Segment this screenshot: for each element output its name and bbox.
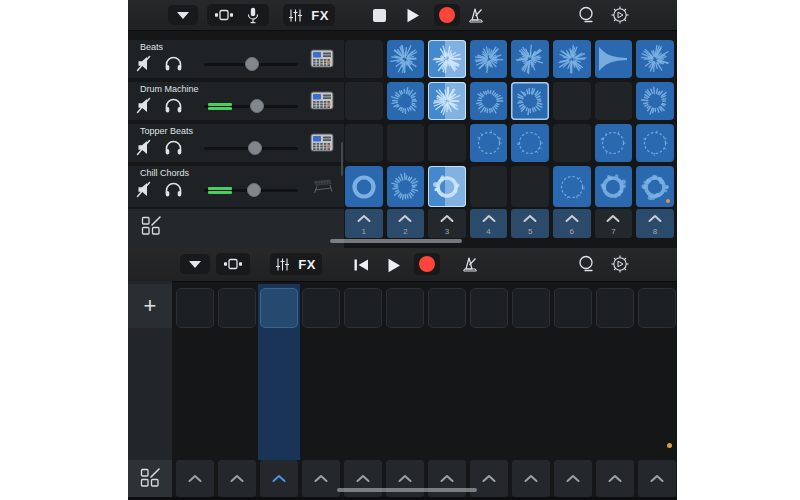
mute-button[interactable] xyxy=(136,139,156,160)
empty-loop-cell[interactable] xyxy=(260,288,298,328)
stop-button[interactable] xyxy=(368,4,390,26)
empty-loop-cell[interactable] xyxy=(344,288,382,328)
mute-button[interactable] xyxy=(136,55,156,76)
loop-cell[interactable] xyxy=(636,40,674,78)
settings-button[interactable] xyxy=(608,4,632,26)
column-trigger[interactable] xyxy=(638,460,676,497)
loop-cell[interactable] xyxy=(428,124,466,162)
drum-machine-icon[interactable] xyxy=(310,90,334,111)
column-trigger[interactable]: 2 xyxy=(387,209,425,238)
loop-cell[interactable] xyxy=(428,40,466,78)
track-list-scrollbar[interactable] xyxy=(341,142,343,176)
loop-cell[interactable] xyxy=(553,82,591,120)
solo-headphones-button[interactable] xyxy=(164,55,183,76)
loop-cell[interactable] xyxy=(387,166,425,207)
empty-loop-cell[interactable] xyxy=(302,288,340,328)
loop-cell[interactable] xyxy=(511,82,549,120)
play-button[interactable] xyxy=(383,254,405,276)
column-trigger[interactable] xyxy=(554,460,592,497)
cell-edit-button[interactable] xyxy=(141,216,162,241)
loop-cell[interactable] xyxy=(428,82,466,120)
column-trigger[interactable]: 8 xyxy=(636,209,674,238)
loop-cell[interactable] xyxy=(387,40,425,78)
loop-browser-button[interactable] xyxy=(574,253,598,275)
loop-browser-button[interactable] xyxy=(574,4,598,26)
metronome-button[interactable] xyxy=(464,4,488,26)
fx-button[interactable]: FX xyxy=(307,4,333,26)
solo-headphones-button[interactable] xyxy=(164,181,183,202)
loop-cell[interactable] xyxy=(636,166,674,207)
column-trigger[interactable] xyxy=(596,460,634,497)
empty-loop-cell[interactable] xyxy=(512,288,550,328)
loop-cell[interactable] xyxy=(470,124,508,162)
column-trigger[interactable] xyxy=(302,460,340,497)
empty-loop-cell[interactable] xyxy=(638,288,676,328)
slider-knob[interactable] xyxy=(245,57,259,71)
loop-cell[interactable] xyxy=(387,124,425,162)
column-trigger[interactable]: 7 xyxy=(595,209,633,238)
empty-loop-cell[interactable] xyxy=(596,288,634,328)
column-trigger[interactable]: 6 xyxy=(553,209,591,238)
empty-loop-cell[interactable] xyxy=(470,288,508,328)
empty-loop-cell[interactable] xyxy=(176,288,214,328)
slider-knob[interactable] xyxy=(248,141,262,155)
tracks-view-button[interactable] xyxy=(239,4,267,26)
solo-headphones-button[interactable] xyxy=(164,139,183,160)
loop-cell[interactable] xyxy=(595,40,633,78)
loop-cell[interactable] xyxy=(511,166,549,207)
grid-horizontal-scrollbar[interactable] xyxy=(337,488,477,492)
live-loops-view-button[interactable] xyxy=(209,4,239,26)
loop-cell[interactable] xyxy=(470,40,508,78)
keyboard-icon[interactable] xyxy=(310,174,334,195)
loop-cell[interactable] xyxy=(553,124,591,162)
live-loops-view-button[interactable] xyxy=(216,253,250,275)
loop-cell[interactable] xyxy=(345,82,383,120)
volume-slider[interactable] xyxy=(204,55,298,73)
column-trigger[interactable]: 3 xyxy=(428,209,466,238)
column-trigger[interactable]: 1 xyxy=(345,209,383,238)
loop-cell[interactable] xyxy=(345,40,383,78)
metronome-button[interactable] xyxy=(458,253,482,275)
loop-cell[interactable] xyxy=(511,124,549,162)
slider-knob[interactable] xyxy=(250,99,264,113)
loop-cell[interactable] xyxy=(387,82,425,120)
rewind-button[interactable] xyxy=(350,254,372,276)
column-trigger[interactable]: 4 xyxy=(470,209,508,238)
record-button[interactable] xyxy=(434,4,460,26)
volume-slider[interactable] xyxy=(204,139,298,157)
loop-cell[interactable] xyxy=(345,166,383,207)
loop-cell[interactable] xyxy=(636,82,674,120)
slider-knob[interactable] xyxy=(247,183,261,197)
empty-loop-cell[interactable] xyxy=(554,288,592,328)
mute-button[interactable] xyxy=(136,97,156,118)
empty-loop-cell[interactable] xyxy=(386,288,424,328)
add-track-button[interactable]: + xyxy=(128,284,172,328)
loop-cell[interactable] xyxy=(636,124,674,162)
column-trigger[interactable] xyxy=(260,460,298,497)
mute-button[interactable] xyxy=(136,181,156,202)
loop-cell[interactable] xyxy=(470,166,508,207)
column-trigger[interactable]: 5 xyxy=(511,209,549,238)
record-button[interactable] xyxy=(414,253,440,275)
drum-machine-icon[interactable] xyxy=(310,48,334,69)
mixer-button[interactable] xyxy=(284,4,306,26)
grid-horizontal-scrollbar[interactable] xyxy=(330,239,462,243)
drum-machine-icon[interactable] xyxy=(310,132,334,153)
loop-cell[interactable] xyxy=(553,40,591,78)
loop-cell[interactable] xyxy=(511,40,549,78)
column-trigger[interactable] xyxy=(218,460,256,497)
empty-loop-cell[interactable] xyxy=(428,288,466,328)
loop-cell[interactable] xyxy=(595,82,633,120)
column-trigger[interactable] xyxy=(512,460,550,497)
loop-cell[interactable] xyxy=(595,124,633,162)
column-trigger[interactable] xyxy=(176,460,214,497)
loop-cell[interactable] xyxy=(428,166,466,207)
cell-edit-button[interactable] xyxy=(128,460,172,497)
loop-cell[interactable] xyxy=(553,166,591,207)
loop-cell[interactable] xyxy=(595,166,633,207)
loop-cell[interactable] xyxy=(345,124,383,162)
loop-cell[interactable] xyxy=(470,82,508,120)
mixer-button[interactable] xyxy=(271,253,293,275)
disclosure-button[interactable] xyxy=(180,254,210,274)
play-button[interactable] xyxy=(402,4,424,26)
